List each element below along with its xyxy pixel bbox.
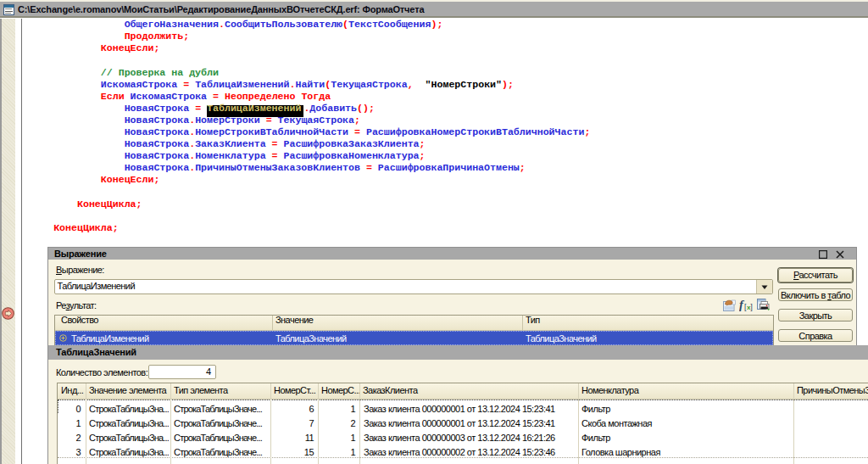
svg-text:]: ]	[750, 303, 753, 311]
